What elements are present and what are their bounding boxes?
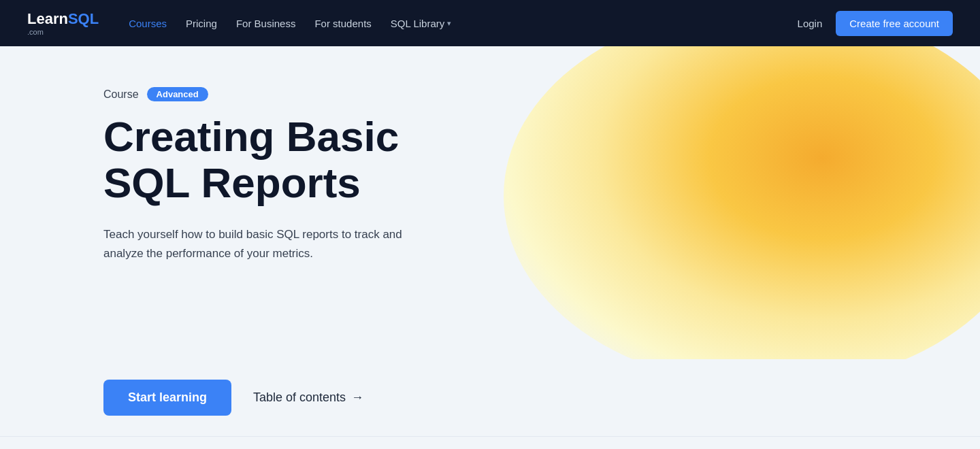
hero-background (504, 46, 980, 359)
navbar: Learn SQL .com Courses Pricing For Busin… (0, 0, 980, 46)
chevron-down-icon: ▾ (447, 19, 451, 28)
hero-section: Course Advanced Creating Basic SQL Repor… (0, 46, 980, 359)
hero-title: Creating Basic SQL Reports (103, 114, 444, 206)
actions-bar: Start learning Table of contents → (0, 359, 980, 437)
toc-arrow-icon: → (351, 390, 363, 405)
create-account-button[interactable]: Create free account (836, 11, 953, 36)
nav-courses[interactable]: Courses (129, 18, 167, 29)
start-learning-button[interactable]: Start learning (103, 380, 231, 416)
nav-links: Courses Pricing For Business For student… (129, 18, 775, 29)
nav-for-business[interactable]: For Business (236, 18, 296, 29)
logo-com: .com (27, 28, 99, 36)
hero-content: Course Advanced Creating Basic SQL Repor… (103, 87, 444, 263)
login-link[interactable]: Login (798, 18, 823, 29)
nav-right: Login Create free account (798, 11, 953, 36)
logo[interactable]: Learn SQL .com (27, 10, 99, 36)
hero-description: Teach yourself how to build basic SQL re… (103, 225, 444, 262)
logo-learn: Learn (27, 10, 68, 28)
table-of-contents-link[interactable]: Table of contents → (253, 390, 363, 405)
nav-for-students[interactable]: For students (314, 18, 371, 29)
advanced-badge: Advanced (147, 87, 208, 101)
stats-bar: ← Back 97 Interactive exercises 10 h Est… (0, 437, 980, 449)
logo-sql: SQL (68, 10, 99, 28)
course-label-row: Course Advanced (103, 87, 444, 101)
course-text: Course (103, 88, 139, 101)
nav-pricing[interactable]: Pricing (186, 18, 217, 29)
nav-sql-library[interactable]: SQL Library ▾ (391, 18, 451, 29)
